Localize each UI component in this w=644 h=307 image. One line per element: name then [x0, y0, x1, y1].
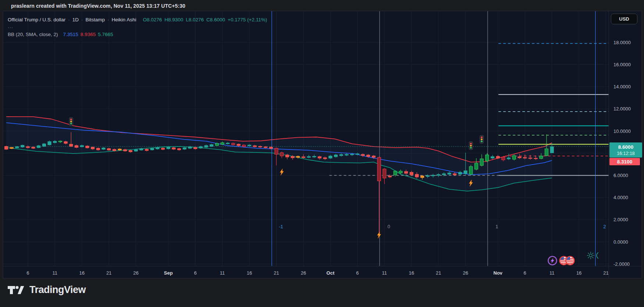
svg-text:10.0000: 10.0000: [613, 128, 631, 134]
svg-text:11: 11: [382, 270, 387, 276]
ohlc-open: O8.0276: [143, 17, 162, 22]
svg-text:2.0000: 2.0000: [613, 217, 628, 222]
svg-text:18.0000: 18.0000: [613, 40, 631, 45]
symbol-name[interactable]: Official Trump / U.S. dollar: [8, 17, 65, 22]
svg-text:11: 11: [549, 270, 555, 276]
ohlc-high: H8.9300: [164, 17, 183, 22]
svg-text:Sep: Sep: [164, 270, 173, 276]
screenshot-header-title: praslearn created with TradingView.com, …: [11, 3, 185, 9]
tradingview-logo-text: TradingView: [29, 284, 86, 296]
bb-basis-value: 7.3515: [63, 32, 78, 37]
current-price-badge: 8.6000 16:12:18: [609, 142, 642, 158]
svg-text:0: 0: [387, 224, 390, 229]
svg-text:4.0000: 4.0000: [613, 195, 628, 200]
svg-text:1: 1: [495, 224, 498, 229]
svg-text:21: 21: [274, 270, 279, 276]
svg-text:21: 21: [603, 270, 608, 276]
chart-legend: Official Trump / U.S. dollar · 1D · Bits…: [8, 16, 267, 38]
svg-text:16: 16: [79, 270, 84, 276]
chart-canvas[interactable]: -1012 18.000016.000014.000012.000010.000…: [0, 0, 644, 307]
change-value: +0.1775 (+2.11%): [228, 17, 267, 22]
svg-text:6.0000: 6.0000: [613, 173, 628, 178]
svg-text:26: 26: [463, 270, 468, 276]
svg-text:Nov: Nov: [494, 270, 503, 276]
svg-text:-2.0000: -2.0000: [613, 261, 630, 267]
svg-text:16: 16: [247, 270, 252, 276]
svg-text:11: 11: [220, 270, 225, 276]
svg-text:0.0000: 0.0000: [613, 239, 628, 245]
traffic-light-icon: [480, 135, 484, 144]
alert-price-badge: 8.3100: [609, 158, 640, 165]
svg-text:12.0000: 12.0000: [613, 106, 631, 112]
bar-countdown: 16:12:18: [617, 151, 635, 156]
current-price-value: 8.6000: [618, 144, 633, 151]
svg-text:6: 6: [356, 270, 359, 276]
us-flag-icon[interactable]: [566, 257, 574, 265]
bb-lower-value: 5.7665: [98, 32, 113, 37]
traffic-light-icon: [69, 117, 73, 126]
svg-text:6: 6: [194, 270, 197, 276]
tradingview-screenshot: { "header": { "title": "praslearn create…: [0, 0, 644, 307]
ohlc-close: C8.6000: [206, 17, 225, 22]
purple-lightning-icon[interactable]: [548, 257, 557, 265]
svg-text:Oct: Oct: [327, 270, 335, 276]
bb-upper-value: 8.9365: [81, 32, 96, 37]
exchange-label[interactable]: Bitstamp: [86, 17, 105, 22]
indicator-name[interactable]: BB (20, SMA, close, 2): [8, 32, 58, 37]
svg-text:16.0000: 16.0000: [613, 62, 631, 67]
svg-text:16: 16: [409, 270, 414, 276]
traffic-light-icon: [469, 142, 473, 150]
svg-text:-1: -1: [279, 224, 283, 229]
indicator-row[interactable]: BB (20, SMA, close, 2) 7.3515 8.9365 5.7…: [8, 31, 267, 38]
svg-text:2: 2: [603, 224, 606, 229]
svg-text:11: 11: [52, 270, 57, 276]
currency-toggle-button[interactable]: USD: [611, 14, 637, 24]
svg-text:14.0000: 14.0000: [613, 84, 631, 89]
chart-style-label: Heikin Ashi: [112, 17, 136, 22]
symbol-row[interactable]: Official Trump / U.S. dollar · 1D · Bits…: [8, 16, 267, 23]
tradingview-logo[interactable]: TradingView: [7, 284, 86, 296]
tradingview-logo-icon: [7, 285, 26, 296]
svg-text:21: 21: [106, 270, 111, 276]
collapsed-indicator-row[interactable]: ...: [8, 24, 13, 30]
alert-price-value: 8.3100: [617, 159, 632, 165]
svg-text:6: 6: [524, 270, 526, 276]
svg-text:6: 6: [26, 270, 29, 276]
svg-text:26: 26: [301, 270, 306, 276]
svg-text:16: 16: [576, 270, 581, 276]
svg-text:21: 21: [436, 270, 441, 276]
interval-label[interactable]: 1D: [72, 17, 79, 22]
svg-text:26: 26: [133, 270, 138, 276]
ohlc-low: L8.0276: [186, 17, 204, 22]
